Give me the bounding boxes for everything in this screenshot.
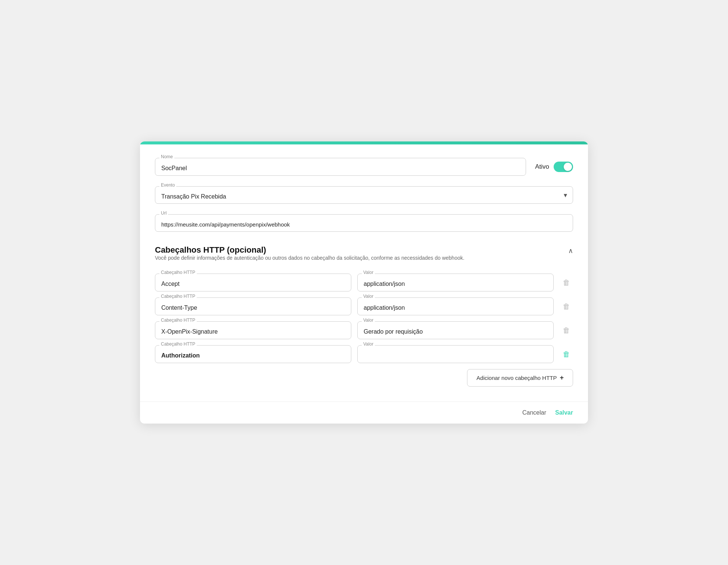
toggle-slider [554,162,573,172]
header-key-group-3: Cabeçalho HTTP [155,345,351,363]
url-field-group: Url [155,214,573,232]
section-titles: Cabeçalhos HTTP (opcional) Você pode def… [155,245,464,271]
header-val-input-2[interactable] [357,321,554,339]
header-val-label-1: Valor [362,294,375,299]
clearfix: Adicionar novo cabeçalho HTTP + [155,369,573,399]
delete-header-button-0[interactable]: 🗑 [560,274,573,291]
nome-input[interactable] [155,158,526,176]
header-val-input-3[interactable] [357,345,554,363]
evento-select-wrapper: Transação Pix Recebida Transação Pix Env… [155,186,573,204]
header-val-group-2: Valor [357,321,554,339]
header-key-label-2: Cabeçalho HTTP [159,318,197,323]
section-header: Cabeçalhos HTTP (opcional) Você pode def… [155,245,573,271]
ativo-toggle[interactable] [554,162,573,172]
header-val-group-0: Valor [357,274,554,291]
delete-header-button-1[interactable]: 🗑 [560,297,573,315]
header-row-2: Cabeçalho HTTP Valor 🗑 [155,321,573,339]
ativo-label: Ativo [535,163,549,171]
header-key-label-0: Cabeçalho HTTP [159,270,197,275]
nome-field-group: Nome [155,158,526,176]
header-val-group-1: Valor [357,297,554,315]
cancel-button[interactable]: Cancelar [522,409,546,416]
header-key-input-2[interactable] [155,321,351,339]
header-key-label-3: Cabeçalho HTTP [159,341,197,347]
section-title: Cabeçalhos HTTP (opcional) [155,245,464,255]
top-bar [140,141,588,144]
header-key-input-3[interactable] [155,345,351,363]
nome-label: Nome [159,154,174,159]
evento-field-group: Evento Transação Pix Recebida Transação … [155,186,573,204]
header-key-group-1: Cabeçalho HTTP [155,297,351,315]
header-val-label-3: Valor [362,341,375,347]
header-val-label-2: Valor [362,318,375,323]
add-header-icon: + [560,374,564,382]
header-val-input-1[interactable] [357,297,554,315]
nome-ativo-row: Nome Ativo [155,158,573,176]
header-row-1: Cabeçalho HTTP Valor 🗑 [155,297,573,315]
save-button[interactable]: Salvar [555,409,573,416]
header-val-label-0: Valor [362,270,375,275]
webhook-modal: Nome Ativo Evento Transação Pix Recebida… [140,141,588,424]
add-header-button[interactable]: Adicionar novo cabeçalho HTTP + [467,369,573,387]
header-key-group-2: Cabeçalho HTTP [155,321,351,339]
modal-body: Nome Ativo Evento Transação Pix Recebida… [140,144,588,402]
add-header-label: Adicionar novo cabeçalho HTTP [476,375,557,381]
delete-header-button-3[interactable]: 🗑 [560,345,573,363]
delete-header-button-2[interactable]: 🗑 [560,321,573,339]
header-key-input-0[interactable] [155,274,351,291]
url-input[interactable] [155,214,573,232]
header-row-0: Cabeçalho HTTP Valor 🗑 [155,274,573,291]
collapse-icon[interactable]: ∧ [568,247,573,255]
header-key-group-0: Cabeçalho HTTP [155,274,351,291]
header-val-input-0[interactable] [357,274,554,291]
header-val-group-3: Valor [357,345,554,363]
header-key-input-1[interactable] [155,297,351,315]
ativo-group: Ativo [535,162,573,172]
evento-select[interactable]: Transação Pix Recebida Transação Pix Env… [155,186,573,204]
header-key-label-1: Cabeçalho HTTP [159,294,197,299]
section-desc: Você pode definir informações de autenti… [155,255,464,261]
header-row-3: Cabeçalho HTTP Valor 🗑 [155,345,573,363]
modal-footer: Cancelar Salvar [140,402,588,424]
http-headers-section: Cabeçalhos HTTP (opcional) Você pode def… [155,245,573,402]
url-label: Url [159,210,168,216]
evento-label: Evento [159,182,176,188]
